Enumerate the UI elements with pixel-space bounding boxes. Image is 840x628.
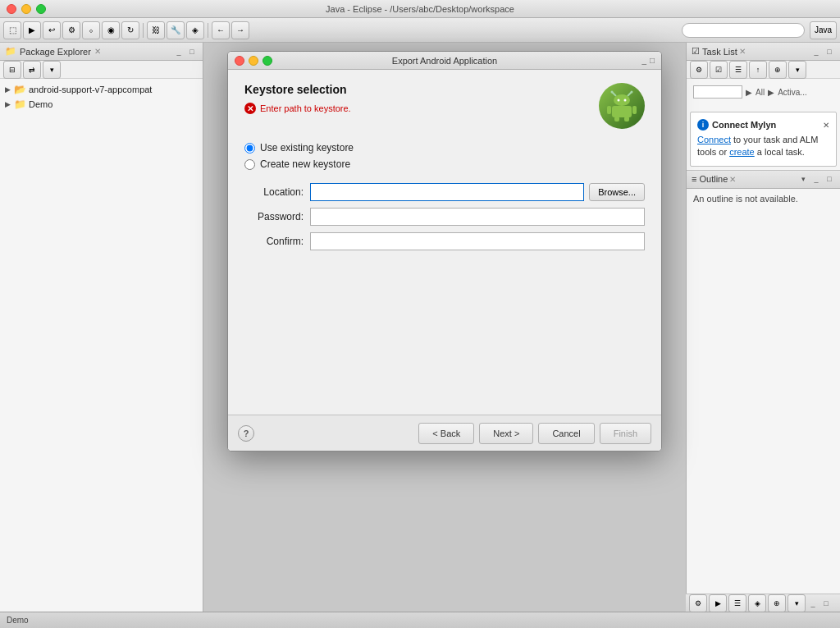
pkg-menu[interactable]: ▾	[43, 61, 61, 79]
panel-header-icons: _ □	[173, 46, 198, 57]
radio-create-new-input[interactable]	[244, 159, 255, 170]
toolbar-btn-3[interactable]: ↩	[43, 21, 61, 39]
package-icon: 📁	[5, 46, 16, 57]
dialog-header-section: Keystore selection ✕ Enter path to keyst…	[244, 83, 645, 129]
radio-create-new[interactable]: Create new keystore	[244, 158, 645, 170]
toolbar-btn-4[interactable]: ⚙	[62, 21, 80, 39]
android-robot-image	[599, 83, 645, 129]
password-input[interactable]	[310, 208, 645, 226]
dialog-titlebar: Export Android Application _ □	[228, 52, 661, 70]
toolbar-btn-7[interactable]: ↻	[121, 21, 139, 39]
confirm-label: Confirm:	[244, 236, 310, 247]
title-bar: Java - Eclipse - /Users/abc/Desktop/work…	[0, 0, 840, 18]
dialog-traffic-lights	[235, 56, 272, 66]
browse-button[interactable]: Browse...	[589, 183, 645, 201]
outline-min-btn[interactable]: _	[807, 598, 819, 609]
svg-rect-9	[632, 106, 637, 114]
outline-btn-1[interactable]: ⚙	[689, 594, 707, 612]
toolbar-nav-back[interactable]: ←	[212, 21, 230, 39]
task-arrow-icon-2: ▶	[768, 88, 774, 97]
maximize-panel-icon[interactable]: □	[186, 46, 198, 57]
pkg-collapse-all[interactable]: ⊟	[3, 61, 21, 79]
android-robot-svg	[605, 89, 638, 122]
java-perspective-badge[interactable]: Java	[810, 21, 837, 39]
close-button[interactable]	[7, 4, 16, 14]
create-link[interactable]: create	[729, 147, 755, 157]
main-layout: 📁 Package Explorer ✕ _ □ ⊟ ⇄ ▾ ▶ 📂 andro…	[0, 43, 840, 612]
outline-close-icon[interactable]: ✕	[729, 175, 736, 184]
dialog-max-icon[interactable]: □	[650, 56, 655, 65]
minimize-button[interactable]	[21, 4, 31, 14]
main-toolbar: ⬚ ▶ ↩ ⚙ ⬦ ◉ ↻ ⛓ 🔧 ◈ ← → Java	[0, 18, 840, 43]
location-input[interactable]	[310, 183, 584, 201]
outline-dropdown[interactable]: ▾	[797, 173, 809, 185]
task-btn-4[interactable]: ↑	[749, 61, 767, 79]
center-editor-area: Export Android Application _ □ Keystore …	[203, 43, 686, 612]
toolbar-btn-8[interactable]: ⛓	[147, 21, 165, 39]
task-min-icon[interactable]: _	[810, 46, 822, 57]
toolbar-nav-fwd[interactable]: →	[231, 21, 249, 39]
tree-item-demo-label: Demo	[29, 99, 52, 109]
next-button[interactable]: Next >	[479, 423, 533, 444]
outline-min[interactable]: _	[810, 173, 822, 185]
outline-btn-3[interactable]: ☰	[728, 594, 746, 612]
help-button[interactable]: ?	[238, 425, 254, 442]
tree-item-appcompat[interactable]: ▶ 📂 android-support-v7-appcompat	[0, 82, 203, 97]
outline-btn-5[interactable]: ⊕	[768, 594, 786, 612]
radio-create-new-label: Create new keystore	[260, 158, 350, 170]
tree-item-demo[interactable]: ▶ 📁 Demo	[0, 97, 203, 112]
radio-use-existing-input[interactable]	[244, 143, 255, 154]
pkg-link[interactable]: ⇄	[23, 61, 41, 79]
task-list-close[interactable]: ✕	[739, 47, 746, 56]
outline-bottom-toolbar: ⚙ ▶ ☰ ◈ ⊕ ▾ _ □	[687, 594, 840, 612]
toolbar-btn-5[interactable]: ⬦	[82, 21, 100, 39]
outline-max[interactable]: □	[824, 173, 835, 185]
svg-point-6	[624, 99, 627, 102]
dialog-min-icon[interactable]: _	[641, 56, 646, 65]
task-btn-1[interactable]: ⚙	[690, 61, 708, 79]
dialog-section-title: Keystore selection	[244, 83, 599, 96]
maximize-button[interactable]	[36, 4, 46, 14]
task-btn-3[interactable]: ☰	[729, 61, 747, 79]
confirm-input[interactable]	[310, 232, 645, 250]
cancel-button[interactable]: Cancel	[538, 423, 594, 444]
task-filter-input[interactable]	[693, 85, 742, 99]
connect-link[interactable]: Connect	[697, 135, 731, 144]
toolbar-search-input[interactable]	[682, 23, 805, 38]
outline-btn-4[interactable]: ◈	[748, 594, 766, 612]
toolbar-btn-2[interactable]: ▶	[23, 21, 41, 39]
finish-button[interactable]: Finish	[600, 423, 651, 444]
task-dropdown[interactable]: ▾	[788, 61, 806, 79]
window-title: Java - Eclipse - /Users/abc/Desktop/work…	[326, 4, 514, 14]
radio-use-existing-label: Use existing keystore	[260, 142, 354, 154]
back-button[interactable]: < Back	[418, 423, 474, 444]
svg-rect-10	[614, 117, 619, 121]
dialog-close-btn[interactable]	[235, 56, 244, 66]
toolbar-btn-1[interactable]: ⬚	[3, 21, 21, 39]
task-max-icon[interactable]: □	[824, 46, 835, 57]
minimize-panel-icon[interactable]: _	[173, 46, 185, 57]
outline-header-icons: ▾ _ □	[797, 173, 835, 185]
connect-mylyn-box: i Connect Mylyn ✕ Connect to your task a…	[690, 112, 837, 167]
toolbar-btn-6[interactable]: ◉	[102, 21, 120, 39]
svg-point-5	[618, 99, 620, 102]
outline-max-btn[interactable]: □	[820, 598, 832, 609]
task-activa-label[interactable]: Activa...	[778, 88, 807, 97]
package-explorer-title: Package Explorer	[20, 47, 91, 57]
package-tree: ▶ 📂 android-support-v7-appcompat ▶ 📁 Dem…	[0, 79, 203, 612]
dialog-max-btn[interactable]	[262, 56, 272, 66]
radio-use-existing[interactable]: Use existing keystore	[244, 142, 645, 154]
package-toolbar: ⊟ ⇄ ▾	[0, 61, 203, 79]
outline-dropdown-btn[interactable]: ▾	[788, 594, 806, 612]
dialog-min-btn[interactable]	[249, 56, 258, 66]
toolbar-btn-10[interactable]: ◈	[186, 21, 204, 39]
toolbar-btn-9[interactable]: 🔧	[167, 21, 185, 39]
task-all-label[interactable]: All	[756, 88, 765, 97]
connect-mylyn-close[interactable]: ✕	[823, 121, 829, 130]
outline-btn-2[interactable]: ▶	[709, 594, 727, 612]
task-btn-5[interactable]: ⊕	[769, 61, 787, 79]
package-explorer-panel: 📁 Package Explorer ✕ _ □ ⊟ ⇄ ▾ ▶ 📂 andro…	[0, 43, 203, 612]
task-btn-2[interactable]: ☑	[710, 61, 728, 79]
toolbar-separator	[143, 23, 144, 38]
dialog-footer: ? < Back Next > Cancel Finish	[228, 415, 661, 451]
